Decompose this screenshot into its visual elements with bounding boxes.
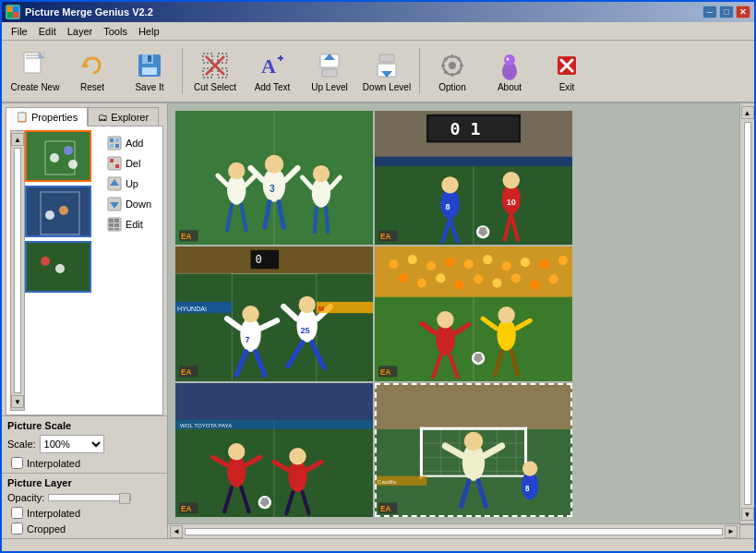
image-grid: 3 EA	[175, 111, 572, 517]
edit-button[interactable]: Edit	[103, 215, 155, 234]
panel-content: ▲ ▼	[6, 126, 163, 415]
scroll-up-arrow[interactable]: ▲	[741, 106, 754, 119]
reset-button[interactable]: Reset	[65, 44, 120, 98]
scroll-up-arrow[interactable]: ▲	[11, 133, 24, 146]
svg-text:EA: EA	[181, 505, 191, 513]
scroll-track	[14, 148, 21, 393]
edit-icon	[107, 217, 122, 232]
opacity-thumb[interactable]	[119, 493, 130, 504]
opacity-track[interactable]	[48, 494, 131, 501]
svg-text:WOL  TOYOTA  PAYA: WOL TOYOTA PAYA	[180, 421, 233, 427]
svg-point-134	[298, 296, 315, 313]
thumbnail-item[interactable]	[25, 186, 91, 237]
svg-point-161	[455, 281, 464, 290]
create-new-button[interactable]: Create New	[7, 44, 63, 98]
grid-cell-5[interactable]: WOL TOYOTA PAYA	[175, 383, 373, 517]
menu-help[interactable]: Help	[133, 24, 165, 39]
about-button[interactable]: About	[482, 44, 537, 98]
menu-file[interactable]: File	[6, 24, 33, 39]
cut-select-icon	[200, 51, 230, 80]
svg-point-55	[55, 264, 65, 273]
minimize-button[interactable]: ─	[702, 6, 717, 18]
tab-explorer[interactable]: 🗂 Explorer	[88, 107, 159, 126]
scale-interpolated-checkbox[interactable]	[11, 457, 23, 469]
svg-text:EA: EA	[380, 233, 390, 241]
save-it-button[interactable]: Save It	[122, 44, 177, 98]
add-text-label: Add Text	[255, 82, 291, 92]
grid-cell-1[interactable]: 3 EA	[175, 111, 373, 245]
down-button[interactable]: Down	[103, 195, 155, 213]
svg-text:EA: EA	[181, 233, 191, 241]
svg-rect-71	[114, 219, 119, 222]
grid-cell-3[interactable]: 0 7	[175, 246, 373, 380]
app-title: Picture Merge Genius V2.2	[25, 6, 702, 18]
add-icon	[107, 136, 122, 150]
grid-cell-6[interactable]: 8 Castillo EA	[375, 383, 572, 517]
side-buttons: Add Del	[100, 130, 159, 411]
up-level-button[interactable]: Up Level	[302, 44, 357, 98]
canvas-scroll-area[interactable]: 3 EA	[168, 103, 739, 523]
title-bar: Picture Merge Genius V2.2 ─ □ ✕	[2, 2, 754, 22]
thumbnail-item[interactable]	[25, 130, 91, 182]
exit-button[interactable]: Exit	[539, 44, 594, 98]
down-level-icon	[372, 51, 402, 80]
tab-properties[interactable]: 📋 Properties	[6, 107, 88, 126]
menu-edit[interactable]: Edit	[33, 24, 62, 39]
svg-rect-61	[115, 144, 119, 148]
svg-point-164	[511, 274, 521, 283]
cut-select-button[interactable]: Cut Select	[187, 44, 243, 98]
scroll-down-arrow[interactable]: ▼	[11, 395, 24, 408]
opacity-label: Opacity:	[7, 492, 44, 503]
svg-rect-5	[26, 54, 39, 56]
v-scroll-track[interactable]	[744, 122, 751, 505]
add-text-button[interactable]: A Add Text	[245, 44, 300, 98]
svg-point-190	[227, 455, 246, 487]
svg-rect-211	[420, 427, 527, 428]
h-scroll-left-arrow[interactable]: ◄	[170, 525, 183, 538]
svg-point-166	[549, 275, 558, 284]
layer-interpolated-label: Interpolated	[27, 508, 80, 519]
svg-rect-24	[322, 69, 337, 77]
explorer-label: Explorer	[111, 112, 149, 123]
menu-tools[interactable]: Tools	[98, 24, 133, 39]
layer-cropped-checkbox[interactable]	[11, 523, 23, 535]
option-button[interactable]: Option	[425, 44, 480, 98]
svg-point-40	[504, 54, 515, 66]
horizontal-scrollbar[interactable]: ◄ ►	[168, 524, 739, 538]
maximize-button[interactable]: □	[719, 6, 734, 18]
svg-rect-206	[375, 383, 572, 429]
thumbnail-item[interactable]	[25, 241, 91, 293]
h-scrollbar-row: ◄ ►	[168, 523, 754, 538]
svg-point-157	[558, 256, 568, 265]
close-button[interactable]: ✕	[736, 6, 750, 18]
add-text-icon: A	[258, 51, 287, 80]
del-button[interactable]: Del	[103, 154, 155, 173]
menu-bar: File Edit Layer Tools Help	[2, 22, 754, 41]
up-label: Up	[126, 178, 138, 189]
svg-point-169	[436, 324, 454, 356]
menu-layer[interactable]: Layer	[62, 24, 99, 39]
scroll-down-arrow[interactable]: ▼	[741, 508, 754, 521]
scale-label: Scale:	[7, 439, 36, 450]
scale-title: Picture Scale	[7, 420, 162, 431]
scale-select[interactable]: 100% 25% 50% 75% 150% 200%	[40, 435, 104, 453]
down-level-label: Down Level	[363, 82, 411, 92]
add-button[interactable]: Add	[103, 134, 155, 152]
grid-cell-4[interactable]: EA	[375, 246, 572, 380]
thumb-scrollbar[interactable]: ▲ ▼	[10, 130, 25, 411]
layer-interpolated-checkbox[interactable]	[11, 507, 23, 519]
up-level-icon	[315, 51, 344, 80]
vertical-scrollbar[interactable]: ▲ ▼	[739, 103, 754, 523]
down-level-button[interactable]: Down Level	[359, 44, 414, 98]
save-it-label: Save It	[135, 82, 163, 92]
svg-rect-209	[420, 427, 422, 478]
grid-cell-2[interactable]: 0 1 8	[375, 111, 572, 245]
svg-text:8: 8	[525, 485, 530, 493]
h-scroll-track[interactable]	[185, 528, 723, 535]
down-icon	[107, 197, 122, 211]
del-icon	[107, 156, 122, 171]
svg-point-150	[426, 261, 436, 270]
h-scroll-right-arrow[interactable]: ►	[725, 525, 738, 538]
up-button[interactable]: Up	[103, 174, 155, 193]
svg-rect-64	[115, 164, 119, 168]
